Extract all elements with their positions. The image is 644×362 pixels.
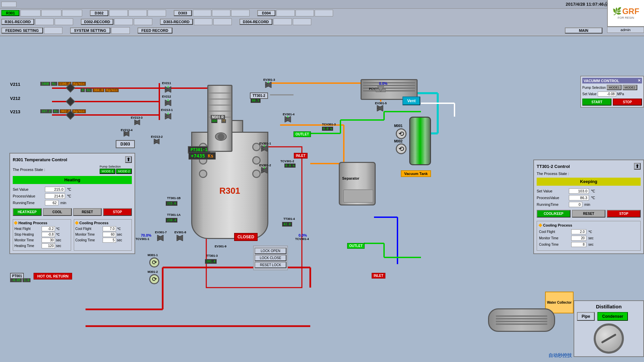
vac-mode2-btn[interactable]: MODE2 — [623, 85, 637, 90]
condenser-knob — [594, 323, 624, 354]
nav-d302-record-btn[interactable]: D302-RECORD — [81, 19, 114, 25]
ev211-valve[interactable] — [164, 86, 172, 94]
temp-control-title: R301 Temperature Control ⬆ — [13, 156, 132, 163]
nav-d304-record-btn[interactable]: D304-RECORD — [239, 19, 272, 25]
vent-btn[interactable]: Vent — [402, 97, 420, 105]
distill-condenser-btn[interactable]: Condenser — [597, 312, 628, 321]
m301-1-label: M301-1 — [148, 253, 158, 257]
v212-label: V212 — [10, 96, 20, 101]
tt301-2-value: 88.5 — [251, 98, 261, 103]
temp-control-collapse-btn[interactable]: ⬆ — [125, 156, 132, 163]
lock-open-btn[interactable]: LOCK OPEN — [255, 248, 286, 254]
tt301-1a-value: 210.4 — [166, 218, 177, 223]
v213-tags: 167.2 Ks 902.8 Kg/min — [40, 109, 86, 113]
ev301-8-valve[interactable] — [176, 235, 183, 242]
tcv301-1-pct-display: 70.0% — [141, 233, 151, 237]
distill-title: Distillation — [577, 304, 641, 309]
m301-1-pump[interactable]: ⟳ — [149, 257, 159, 267]
r301-temp-control-panel: R301 Temperature Control ⬆ The Process S… — [9, 153, 135, 254]
tcv301-4-label: TCV301-4 — [295, 237, 309, 241]
lock-close-btn[interactable]: LOCK CLOSE — [255, 255, 286, 261]
tt301-1b-value: 215.6 — [166, 201, 177, 206]
tt301-1b-label: TT301-1B — [167, 196, 181, 200]
vacuum-close-icon[interactable]: ✕ — [638, 78, 641, 83]
hot-oil-return-label: HOT OIL RETURN — [34, 273, 72, 280]
tt-running-time: 0 — [569, 202, 582, 207]
tcv301-2-value: 0.0 % — [284, 164, 296, 168]
distillation-panel: Distillation Pipe Condenser — [574, 300, 644, 357]
v211-tags2: 0 Ks 984.0 Kg/min — [80, 88, 119, 92]
nav-d302-btn[interactable]: D302 — [90, 10, 108, 16]
reset-lock-btn[interactable]: RESET LOCK — [255, 262, 286, 268]
tcv301-4-pct: 0.0% — [299, 233, 307, 237]
reset-btn[interactable]: RESET — [73, 208, 102, 216]
grf-logo: 🌿 GRF FOR RESIN — [607, 0, 644, 27]
ev212-valve[interactable] — [164, 99, 172, 108]
nav-feeding-btn[interactable]: FEEDING SETTING — [1, 27, 43, 34]
heat-keep-btn[interactable]: HEAT/KEEP — [13, 208, 42, 216]
m301-2-label: M301-2 — [148, 270, 158, 274]
tt-set-value-input[interactable] — [569, 188, 589, 194]
tt301-3-value: 201.4 — [205, 259, 217, 264]
distill-pipe-btn[interactable]: Pipe — [577, 312, 595, 321]
nav-feed-record-btn[interactable]: FEED RECORD — [138, 27, 172, 34]
ev301-4-label: EV301-4 — [283, 113, 294, 116]
inlet-1-label: INLET — [294, 153, 308, 159]
ev213-4-valve[interactable] — [123, 131, 129, 138]
stop-btn[interactable]: STOP — [103, 208, 132, 216]
ev301-5-valve[interactable] — [377, 105, 383, 113]
ev213-3-valve[interactable] — [134, 119, 140, 126]
m301-2-pump[interactable]: ⟳ — [149, 274, 159, 284]
tt-control-collapse-btn[interactable]: ⬆ — [634, 163, 641, 170]
process-value-label: ProcessValue — [13, 194, 43, 198]
nav-r301-btn[interactable]: R301 — [1, 10, 19, 16]
nav-main-btn[interactable]: MAIN — [565, 27, 602, 34]
ev301-7-valve[interactable] — [157, 235, 164, 242]
pump-mode2-btn[interactable]: MODE-2 — [116, 169, 132, 174]
set-unit: ℃ — [67, 187, 71, 192]
title-box — [1, 2, 16, 7]
m001-pump[interactable]: ⟲ — [396, 128, 407, 139]
set-value-input[interactable] — [45, 187, 65, 192]
ev301-4-valve[interactable] — [284, 116, 291, 124]
ev213-2-label: EV213-2 — [151, 135, 163, 138]
nav-d303-btn[interactable]: D303 — [174, 10, 192, 16]
vac-start-btn[interactable]: START — [582, 99, 611, 106]
ev213-1-valve[interactable] — [164, 113, 172, 121]
nav-system-btn[interactable]: SYSTEM SETTING — [70, 27, 110, 34]
ev301-2-valve[interactable] — [261, 167, 268, 175]
vac-pump-sel-label: Pump Selection — [582, 86, 606, 89]
cool-btn[interactable]: COOL — [43, 208, 72, 216]
vac-stop-btn[interactable]: STOP — [613, 99, 642, 106]
nav-d303-record-btn[interactable]: D303-RECORD — [160, 19, 193, 25]
ev213-2-valve[interactable] — [154, 138, 160, 145]
set-value-label: Set Value — [13, 187, 43, 191]
separator-label: Separator — [342, 176, 359, 180]
nav-d304-btn[interactable]: D304 — [257, 10, 275, 16]
flow-meter-v212 — [66, 97, 75, 106]
m002-label: M002 — [394, 139, 402, 143]
process-unit: ℃ — [67, 194, 71, 198]
ev301-3-valve[interactable] — [265, 81, 272, 89]
process-state-indicator: Heating — [13, 176, 132, 184]
ev301-1-valve[interactable] — [261, 145, 268, 153]
heat-exchanger — [488, 308, 555, 332]
tt301-4-label: TT301-4 — [283, 217, 295, 221]
tt-reset-btn[interactable]: RESET — [572, 210, 606, 218]
nav-r301-record-btn[interactable]: R301-RECORD — [1, 19, 34, 25]
running-time-label: RunningTime — [13, 201, 43, 205]
tt-stop-btn[interactable]: STOP — [607, 210, 641, 218]
vac-set-input[interactable] — [598, 92, 616, 97]
grf-tagline: FOR RESIN — [618, 16, 634, 19]
cool-keep-btn[interactable]: COOL/KEEP — [537, 210, 571, 218]
vac-mode1-btn[interactable]: MODE1 — [607, 85, 622, 90]
pcv301-1-valve[interactable] — [376, 86, 386, 95]
m002-pump[interactable]: ⟲ — [396, 143, 407, 154]
ev301-3-label: EV301-3 — [263, 78, 275, 81]
vac-unit: MPa — [617, 92, 624, 96]
outlet-2-label: OUTLET — [347, 243, 365, 249]
pump-mode1-btn[interactable]: MODE-1 — [100, 169, 115, 174]
vac-set-label: Set Value — [582, 92, 597, 96]
m301-r-label: M301 R — [211, 115, 225, 119]
vacuum-title: VACUMM CONTROL — [584, 79, 619, 83]
